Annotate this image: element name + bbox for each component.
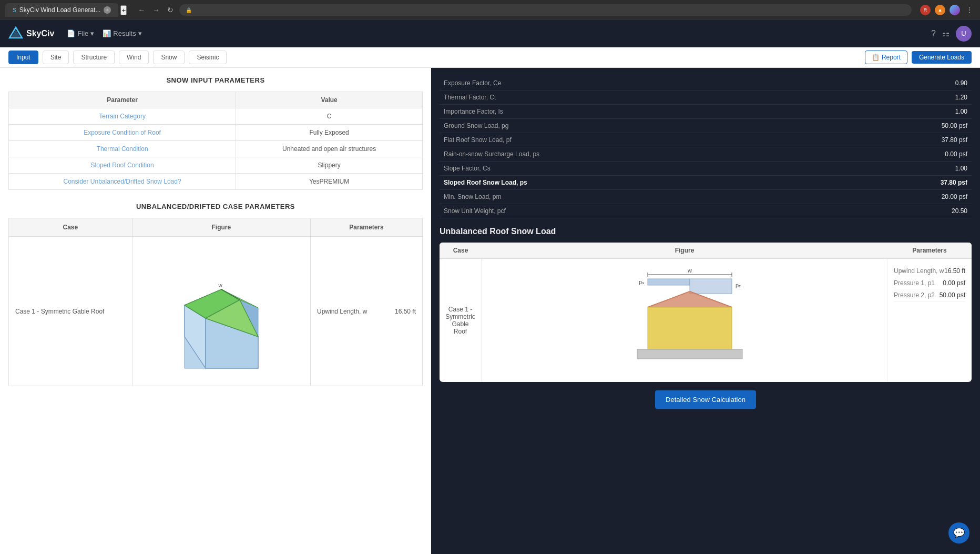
result-value: 20.00 psf [836, 190, 972, 204]
url-input[interactable]: platform.skyciv.com/design/wind/v2 [195, 6, 905, 14]
snow-result-row: Flat Roof Snow Load, pf 37.80 psf [440, 133, 972, 147]
generate-loads-btn[interactable]: Generate Loads [912, 51, 972, 64]
param-header: Parameter [9, 92, 236, 108]
svg-text:p₂: p₂ [735, 282, 740, 288]
param-cell: Consider Unbalanced/Drifted Snow Load? [9, 174, 236, 190]
card-figure-header: Figure [482, 243, 887, 259]
unbalanced-result-card: Case Figure Parameters Case 1 - Symmetri… [440, 243, 972, 382]
results-icon: 📊 [103, 29, 111, 37]
snow-result-row: Rain-on-snow Surcharge Load, ps 0.00 psf [440, 147, 972, 162]
result-label: Exposure Factor, Ce [440, 76, 836, 90]
extension-icon-2: ▲ [935, 5, 945, 15]
snow-result-row: Sloped Roof Snow Load, ps 37.80 psf [440, 176, 972, 190]
result-label: Importance Factor, Is [440, 105, 836, 119]
refresh-btn[interactable]: ↻ [165, 5, 176, 15]
param-cell: Thermal Condition [9, 141, 236, 157]
svg-rect-18 [690, 279, 732, 294]
snow-input-table: Parameter Value Terrain Category C Expos… [8, 92, 423, 190]
result-label: Slope Factor, Cs [440, 162, 836, 176]
address-bar: 🔒 platform.skyciv.com/design/wind/v2 [179, 4, 912, 16]
result-value: 1.20 [836, 90, 972, 105]
params-col-header: Parameters [310, 218, 422, 237]
report-icon: 📋 [872, 54, 880, 61]
figure-col-header: Figure [132, 218, 310, 237]
card-case-header: Case [440, 243, 482, 259]
browser-actions: R ▲ ⋮ [920, 5, 975, 15]
help-btn[interactable]: ? [931, 29, 936, 38]
case-1-name: Case 1 - Symmetric Gable Roof [9, 237, 132, 386]
result-label: Rain-on-snow Surcharge Load, ps [440, 147, 836, 162]
svg-text:w: w [218, 283, 222, 288]
pressure2-label: Pressure 2, p2 [894, 291, 935, 299]
right-panel: Exposure Factor, Ce 0.90 Thermal Factor,… [431, 68, 980, 554]
file-menu-arrow: ▾ [90, 29, 94, 37]
case-1-params: Upwind Length, w 16.50 ft [310, 237, 422, 386]
snow-result-row: Slope Factor, Cs 1.00 [440, 162, 972, 176]
result-value: 37.80 psf [836, 176, 972, 190]
value-cell: C [236, 108, 423, 125]
chat-icon[interactable]: 💬 [948, 522, 969, 543]
snow-table-row: Consider Unbalanced/Drifted Snow Load? Y… [9, 174, 423, 190]
svg-text:w: w [687, 267, 692, 274]
profile-icon [950, 5, 960, 15]
case-1-figure: w [132, 237, 310, 386]
snow-section-title: SNOW INPUT PARAMETERS [8, 76, 423, 84]
new-tab-btn[interactable]: + [120, 5, 127, 15]
param-p2: Pressure 2, p2 50.00 psf [894, 289, 965, 301]
browser-tab[interactable]: S SkyCiv Wind Load Generat... × [5, 3, 118, 17]
svg-rect-17 [648, 279, 690, 285]
forward-btn[interactable]: → [150, 5, 162, 15]
results-menu-btn[interactable]: 📊 Results ▾ [103, 29, 141, 37]
file-icon: 📄 [67, 29, 75, 37]
svg-rect-25 [637, 349, 742, 359]
snow-result-row: Importance Factor, Is 1.00 [440, 105, 972, 119]
tab-wind[interactable]: Wind [119, 51, 149, 64]
apps-btn[interactable]: ⚏ [942, 28, 950, 38]
app-header: SkyCiv 📄 File ▾ 📊 Results ▾ ? ⚏ U [0, 20, 980, 47]
result-value: 0.90 [836, 76, 972, 90]
upwind-length-value: 16.50 ft [944, 267, 965, 275]
result-params: Upwind Length, w 16.50 ft Pressure 1, p1… [887, 259, 972, 382]
tab-snow[interactable]: Snow [153, 51, 185, 64]
tab-site[interactable]: Site [43, 51, 69, 64]
browser-chrome: S SkyCiv Wind Load Generat... × + ← → ↻ … [0, 0, 980, 20]
result-card-header: Case Figure Parameters [440, 243, 972, 259]
user-avatar[interactable]: U [956, 26, 972, 42]
result-label: Sloped Roof Snow Load, ps [440, 176, 836, 190]
detailed-snow-calc-btn[interactable]: Detailed Snow Calculation [655, 390, 756, 409]
param-upwind: Upwind Length, w 16.50 ft [894, 265, 965, 277]
result-value: 1.00 [836, 105, 972, 119]
header-right: ? ⚏ U [931, 26, 972, 42]
logo-text: SkyCiv [26, 29, 54, 38]
tab-seismic[interactable]: Seismic [189, 51, 227, 64]
tab-structure[interactable]: Structure [73, 51, 115, 64]
file-menu-btn[interactable]: 📄 File ▾ [67, 29, 94, 37]
result-label: Flat Roof Snow Load, pf [440, 133, 836, 147]
tab-close-btn[interactable]: × [104, 6, 111, 14]
pressure1-value: 0.00 psf [943, 279, 965, 287]
app-logo: SkyCiv [8, 26, 54, 41]
case-col-header: Case [9, 218, 132, 237]
result-label: Min. Snow Load, pm [440, 190, 836, 204]
results-menu-arrow: ▾ [138, 29, 142, 37]
value-cell: Fully Exposed [236, 125, 423, 141]
svg-text:p₁: p₁ [638, 279, 644, 285]
snow-results-table: Exposure Factor, Ce 0.90 Thermal Factor,… [440, 76, 972, 218]
snow-result-row: Exposure Factor, Ce 0.90 [440, 76, 972, 90]
card-params-header: Parameters [887, 243, 972, 259]
result-value: 0.00 psf [836, 147, 972, 162]
value-header: Value [236, 92, 423, 108]
value-cell: YesPREMIUM [236, 174, 423, 190]
snow-table-row: Exposure Condition of Roof Fully Exposed [9, 125, 423, 141]
param-cell: Terrain Category [9, 108, 236, 125]
result-card-body: Case 1 - Symmetric Gable Roof w [440, 259, 972, 382]
param-p1: Pressure 1, p1 0.00 psf [894, 277, 965, 289]
toolbar: Input Site Structure Wind Snow Seismic 📋… [0, 47, 980, 68]
report-btn[interactable]: 📋 Report [865, 51, 907, 64]
back-btn[interactable]: ← [135, 5, 148, 15]
param-cell: Exposure Condition of Roof [9, 125, 236, 141]
more-icon: ⋮ [964, 5, 975, 15]
tab-input[interactable]: Input [8, 51, 38, 64]
svg-rect-24 [648, 307, 732, 349]
snow-result-row: Ground Snow Load, pg 50.00 psf [440, 119, 972, 133]
